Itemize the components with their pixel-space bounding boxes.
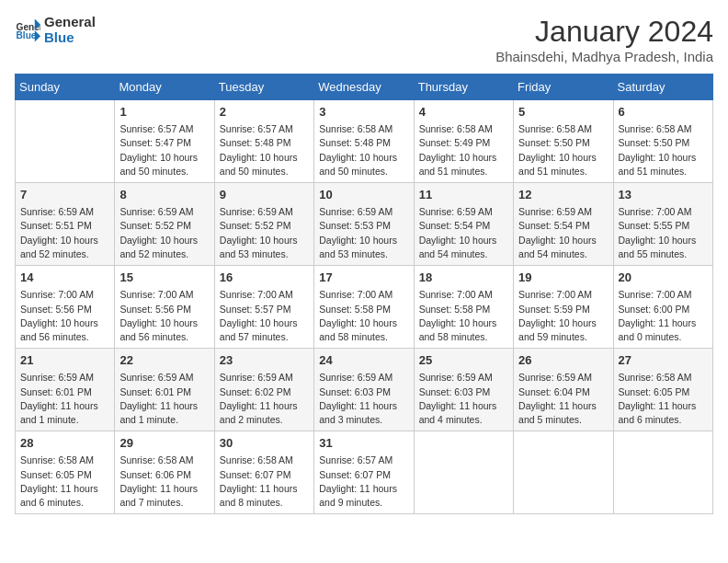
day-number: 26: [518, 352, 608, 369]
day-info: Sunrise: 6:59 AM Sunset: 6:01 PM Dayligh…: [20, 371, 109, 427]
day-info: Sunrise: 6:59 AM Sunset: 6:03 PM Dayligh…: [419, 371, 508, 427]
day-info: Sunrise: 6:59 AM Sunset: 6:03 PM Dayligh…: [319, 371, 408, 427]
calendar-table: SundayMondayTuesdayWednesdayThursdayFrid…: [15, 74, 713, 514]
day-info: Sunrise: 7:00 AM Sunset: 5:58 PM Dayligh…: [419, 288, 508, 344]
calendar-week-row: 28Sunrise: 6:58 AM Sunset: 6:05 PM Dayli…: [16, 431, 713, 514]
day-number: 24: [319, 352, 408, 369]
day-info: Sunrise: 6:59 AM Sunset: 5:54 PM Dayligh…: [518, 205, 608, 261]
weekday-header: Tuesday: [214, 75, 313, 100]
calendar-cell: 13Sunrise: 7:00 AM Sunset: 5:55 PM Dayli…: [613, 183, 712, 266]
day-info: Sunrise: 7:00 AM Sunset: 5:57 PM Dayligh…: [220, 288, 309, 344]
day-number: 22: [119, 352, 209, 369]
calendar-cell: 29Sunrise: 6:58 AM Sunset: 6:06 PM Dayli…: [115, 431, 214, 514]
calendar-cell: 30Sunrise: 6:58 AM Sunset: 6:07 PM Dayli…: [214, 431, 313, 514]
day-info: Sunrise: 6:59 AM Sunset: 6:01 PM Dayligh…: [119, 371, 209, 427]
weekday-header: Monday: [115, 75, 214, 100]
day-info: Sunrise: 6:58 AM Sunset: 5:49 PM Dayligh…: [419, 122, 508, 178]
calendar-cell: 16Sunrise: 7:00 AM Sunset: 5:57 PM Dayli…: [214, 266, 313, 349]
calendar-cell: 18Sunrise: 7:00 AM Sunset: 5:58 PM Dayli…: [414, 266, 513, 349]
day-number: 2: [220, 104, 309, 121]
day-number: 8: [119, 187, 209, 203]
day-number: 1: [119, 104, 209, 121]
weekday-header-row: SundayMondayTuesdayWednesdayThursdayFrid…: [16, 75, 713, 100]
day-number: 29: [119, 435, 209, 452]
calendar-cell: 28Sunrise: 6:58 AM Sunset: 6:05 PM Dayli…: [16, 431, 115, 514]
logo: General Blue General Blue: [15, 15, 96, 45]
calendar-cell: 1Sunrise: 6:57 AM Sunset: 5:47 PM Daylig…: [115, 100, 214, 183]
title-block: January 2024 Bhainsdehi, Madhya Pradesh,…: [495, 15, 713, 64]
calendar-cell: [414, 431, 513, 514]
calendar-cell: 21Sunrise: 6:59 AM Sunset: 6:01 PM Dayli…: [16, 349, 115, 431]
calendar-cell: 23Sunrise: 6:59 AM Sunset: 6:02 PM Dayli…: [214, 349, 313, 431]
day-number: 28: [20, 435, 109, 452]
day-info: Sunrise: 7:00 AM Sunset: 5:59 PM Dayligh…: [518, 288, 608, 344]
calendar-cell: 11Sunrise: 6:59 AM Sunset: 5:54 PM Dayli…: [414, 183, 513, 266]
calendar-cell: 17Sunrise: 7:00 AM Sunset: 5:58 PM Dayli…: [314, 266, 414, 349]
day-number: 31: [319, 435, 408, 452]
day-number: 15: [119, 270, 209, 286]
day-number: 30: [220, 435, 309, 452]
calendar-week-row: 21Sunrise: 6:59 AM Sunset: 6:01 PM Dayli…: [16, 349, 713, 431]
calendar-cell: 20Sunrise: 7:00 AM Sunset: 6:00 PM Dayli…: [613, 266, 712, 349]
day-info: Sunrise: 7:00 AM Sunset: 5:56 PM Dayligh…: [20, 288, 109, 344]
calendar-cell: 24Sunrise: 6:59 AM Sunset: 6:03 PM Dayli…: [314, 349, 414, 431]
calendar-week-row: 7Sunrise: 6:59 AM Sunset: 5:51 PM Daylig…: [16, 183, 713, 266]
day-info: Sunrise: 6:59 AM Sunset: 5:53 PM Dayligh…: [319, 205, 408, 261]
day-info: Sunrise: 6:58 AM Sunset: 6:07 PM Dayligh…: [220, 454, 309, 510]
day-info: Sunrise: 7:00 AM Sunset: 6:00 PM Dayligh…: [619, 288, 708, 344]
day-info: Sunrise: 6:57 AM Sunset: 5:48 PM Dayligh…: [220, 122, 309, 178]
calendar-cell: 4Sunrise: 6:58 AM Sunset: 5:49 PM Daylig…: [414, 100, 513, 183]
month-title: January 2024: [495, 15, 713, 49]
weekday-header: Friday: [514, 75, 613, 100]
day-number: 4: [419, 104, 508, 121]
calendar-cell: 8Sunrise: 6:59 AM Sunset: 5:52 PM Daylig…: [115, 183, 214, 266]
calendar-cell: 26Sunrise: 6:59 AM Sunset: 6:04 PM Dayli…: [514, 349, 613, 431]
day-number: 5: [518, 104, 608, 121]
weekday-header: Sunday: [16, 75, 115, 100]
calendar-cell: 14Sunrise: 7:00 AM Sunset: 5:56 PM Dayli…: [16, 266, 115, 349]
calendar-cell: 31Sunrise: 6:57 AM Sunset: 6:07 PM Dayli…: [314, 431, 414, 514]
calendar-cell: 2Sunrise: 6:57 AM Sunset: 5:48 PM Daylig…: [214, 100, 313, 183]
day-number: 21: [20, 352, 109, 369]
weekday-header: Saturday: [613, 75, 712, 100]
day-info: Sunrise: 6:59 AM Sunset: 6:02 PM Dayligh…: [220, 371, 309, 427]
day-info: Sunrise: 6:58 AM Sunset: 6:06 PM Dayligh…: [119, 454, 209, 510]
day-info: Sunrise: 7:00 AM Sunset: 5:58 PM Dayligh…: [319, 288, 408, 344]
calendar-cell: [16, 100, 115, 183]
weekday-header: Thursday: [414, 75, 513, 100]
svg-text:Blue: Blue: [17, 30, 37, 40]
day-info: Sunrise: 6:58 AM Sunset: 5:48 PM Dayligh…: [319, 122, 408, 178]
day-number: 16: [220, 270, 309, 286]
calendar-week-row: 14Sunrise: 7:00 AM Sunset: 5:56 PM Dayli…: [16, 266, 713, 349]
calendar-cell: 10Sunrise: 6:59 AM Sunset: 5:53 PM Dayli…: [314, 183, 414, 266]
day-info: Sunrise: 6:57 AM Sunset: 5:47 PM Dayligh…: [119, 122, 209, 178]
logo-icon: General Blue: [15, 17, 40, 43]
calendar-cell: 9Sunrise: 6:59 AM Sunset: 5:52 PM Daylig…: [214, 183, 313, 266]
day-number: 27: [619, 352, 708, 369]
weekday-header: Wednesday: [314, 75, 414, 100]
day-info: Sunrise: 6:59 AM Sunset: 5:52 PM Dayligh…: [220, 205, 309, 261]
calendar-cell: 7Sunrise: 6:59 AM Sunset: 5:51 PM Daylig…: [16, 183, 115, 266]
calendar-cell: 6Sunrise: 6:58 AM Sunset: 5:50 PM Daylig…: [613, 100, 712, 183]
day-number: 10: [319, 187, 408, 203]
day-number: 23: [220, 352, 309, 369]
day-info: Sunrise: 6:59 AM Sunset: 5:54 PM Dayligh…: [419, 205, 508, 261]
calendar-cell: 15Sunrise: 7:00 AM Sunset: 5:56 PM Dayli…: [115, 266, 214, 349]
day-info: Sunrise: 7:00 AM Sunset: 5:55 PM Dayligh…: [619, 205, 708, 261]
calendar-cell: 19Sunrise: 7:00 AM Sunset: 5:59 PM Dayli…: [514, 266, 613, 349]
day-number: 11: [419, 187, 508, 203]
day-number: 17: [319, 270, 408, 286]
day-info: Sunrise: 6:58 AM Sunset: 5:50 PM Dayligh…: [518, 122, 608, 178]
day-number: 9: [220, 187, 309, 203]
calendar-cell: 5Sunrise: 6:58 AM Sunset: 5:50 PM Daylig…: [514, 100, 613, 183]
calendar-cell: 3Sunrise: 6:58 AM Sunset: 5:48 PM Daylig…: [314, 100, 414, 183]
day-number: 12: [518, 187, 608, 203]
day-info: Sunrise: 6:58 AM Sunset: 6:05 PM Dayligh…: [619, 371, 708, 427]
day-number: 25: [419, 352, 508, 369]
calendar-cell: 22Sunrise: 6:59 AM Sunset: 6:01 PM Dayli…: [115, 349, 214, 431]
day-number: 13: [619, 187, 708, 203]
calendar-week-row: 1Sunrise: 6:57 AM Sunset: 5:47 PM Daylig…: [16, 100, 713, 183]
day-number: 20: [619, 270, 708, 286]
day-info: Sunrise: 6:57 AM Sunset: 6:07 PM Dayligh…: [319, 454, 408, 510]
day-number: 3: [319, 104, 408, 121]
